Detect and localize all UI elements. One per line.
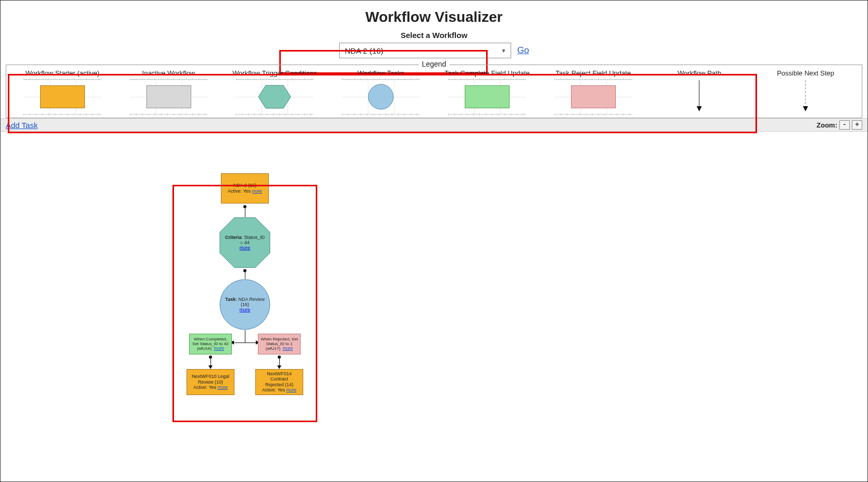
rect-orange-icon: [40, 85, 85, 108]
zoom-label: Zoom:: [816, 121, 837, 129]
node-task[interactable]: Task: NDA Review (16) more: [219, 278, 271, 331]
page-title: Workflow Visualizer: [1, 9, 867, 26]
legend-swatch: [23, 79, 102, 115]
arrow-solid-icon: [694, 79, 704, 111]
node-next-reject[interactable]: NextWF014 Contract Rejected (14) Active:…: [255, 369, 303, 395]
legend-swatch: [235, 79, 314, 115]
svg-marker-3: [697, 106, 702, 111]
legend-swatch: [130, 79, 208, 115]
node-line: Review (10): [198, 379, 223, 385]
legend-item-reject-update: Task Reject Field Update: [542, 69, 644, 115]
node-line: Task: NDA Review (16): [223, 297, 267, 307]
legend-panel: Legend Workflow Starter (active) Inactiv…: [6, 65, 862, 118]
legend-row: Workflow Starter (active) Inactive Workf…: [9, 67, 859, 117]
workflow-select[interactable]: NDA 2 (16) ▼: [339, 43, 511, 58]
legend-swatch: [448, 79, 526, 115]
node-line: NextWF010 Legal: [192, 374, 229, 379]
node-line: Active: Yes more: [228, 188, 262, 194]
node-line: (wfU17) more: [266, 346, 293, 351]
more-link[interactable]: more: [283, 346, 293, 351]
legend-item-complete-update: Task Complete Field Update: [436, 69, 538, 115]
go-link[interactable]: Go: [517, 45, 529, 56]
more-link[interactable]: more: [218, 385, 228, 390]
node-line: Active: Yes more: [262, 387, 296, 393]
connector-line: [245, 330, 245, 343]
hexagon-teal-icon: [257, 84, 292, 109]
arrowhead-icon: [208, 365, 213, 369]
more-link[interactable]: more: [287, 387, 296, 392]
svg-point-1: [368, 84, 393, 109]
legend-item-tasks: Workflow Tasks: [330, 69, 432, 115]
node-criteria[interactable]: Criteria: Status_ID = 44 more: [219, 217, 271, 269]
chevron-down-icon: ▼: [501, 48, 506, 54]
arrow-dashed-icon: [800, 79, 811, 111]
connector-line: [210, 357, 211, 365]
node-next-complete[interactable]: NextWF010 Legal Review (10) Active: Yes …: [187, 369, 234, 395]
node-starter[interactable]: NDA 2 (16) Active: Yes more: [221, 173, 269, 204]
connector-line: [279, 357, 280, 365]
legend-label: Workflow Trigger Conditions: [232, 69, 317, 77]
arrowhead-icon: [277, 365, 281, 369]
legend-item-trigger: Workflow Trigger Conditions: [224, 69, 326, 115]
connector-line: [234, 343, 256, 343]
svg-marker-5: [803, 106, 808, 111]
diagram-canvas[interactable]: NDA 2 (16) Active: Yes more Criteria: St…: [1, 132, 867, 465]
legend-label: Task Complete Field Update: [444, 69, 529, 77]
node-reject-update[interactable]: When Rejected, Set Status_ID to 1 (wfU17…: [258, 334, 301, 354]
node-line: When Completed,: [194, 337, 227, 341]
connector-line: [245, 207, 245, 217]
node-complete-update[interactable]: When Completed, Set Status_ID to 42 (wfU…: [189, 334, 232, 354]
circle-blue-icon: [367, 83, 394, 110]
svg-marker-0: [258, 85, 291, 108]
rect-green-icon: [465, 85, 510, 108]
more-link[interactable]: more: [252, 188, 262, 194]
select-workflow-label: Select a Workflow: [1, 31, 867, 40]
node-title: NDA 2 (16): [233, 183, 257, 188]
legend-swatch: [342, 79, 420, 115]
legend-title: Legend: [419, 60, 450, 68]
workflow-select-row: NDA 2 (16) ▼ Go: [1, 43, 867, 58]
legend-label: Inactive Workflow: [142, 69, 195, 77]
rect-gray-icon: [146, 85, 191, 108]
legend-swatch: [766, 79, 845, 115]
legend-label: Possible Next Step: [777, 69, 834, 77]
legend-label: Workflow Starter (active): [26, 69, 100, 77]
node-line: Active: Yes more: [193, 385, 228, 390]
more-link[interactable]: more: [240, 307, 251, 312]
legend-swatch: [554, 79, 633, 115]
workflow-select-value: NDA 2 (16): [345, 46, 383, 55]
legend-item-inactive: Inactive Workflow: [118, 69, 220, 115]
connector-line: [245, 271, 245, 279]
node-line: (wfU16) more: [197, 346, 224, 351]
legend-item-possible-next: Possible Next Step: [754, 69, 857, 115]
canvas-toolbar: Add Task Zoom: - +: [1, 118, 867, 132]
node-line: Rejected (14): [265, 382, 293, 387]
more-link[interactable]: more: [214, 346, 224, 351]
legend-label: Workflow Path: [678, 69, 722, 77]
zoom-in-button[interactable]: +: [852, 120, 862, 130]
legend-label: Task Reject Field Update: [555, 69, 631, 77]
legend-item-path: Workflow Path: [649, 69, 751, 115]
zoom-out-button[interactable]: -: [839, 120, 850, 130]
node-line: NextWF014 Contract: [258, 371, 301, 382]
rect-pink-icon: [571, 85, 616, 108]
more-link[interactable]: more: [240, 245, 251, 250]
legend-swatch: [660, 79, 738, 115]
legend-item-starter-active: Workflow Starter (active): [11, 69, 114, 115]
zoom-controls: Zoom: - +: [816, 120, 862, 130]
node-line: Criteria: Status_ID = 44: [224, 235, 266, 245]
node-line: When Rejected, Set: [261, 337, 297, 341]
add-task-link[interactable]: Add Task: [6, 121, 38, 130]
legend-label: Workflow Tasks: [357, 69, 404, 77]
